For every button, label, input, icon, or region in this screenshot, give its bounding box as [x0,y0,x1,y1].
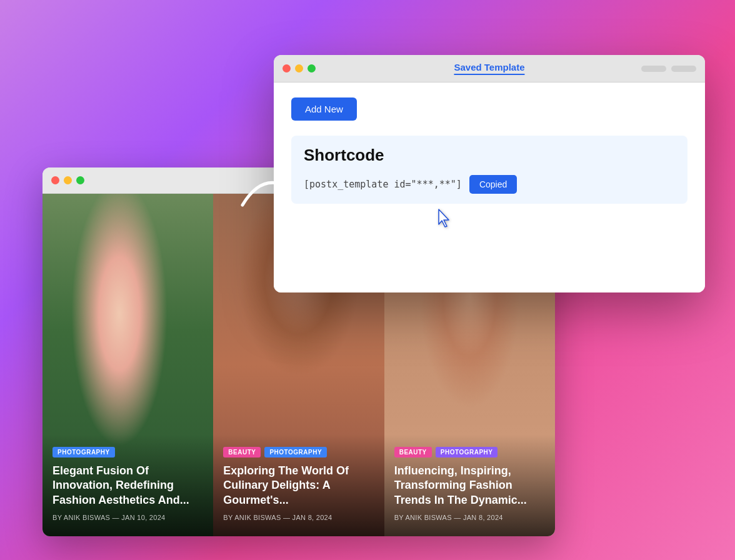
front-body: Add New Shortcode [postx_template id="**… [274,82,705,292]
arrow [236,168,299,218]
dot-yellow [64,176,72,184]
card-1: PHOTOGRAPHY Elegant Fusion Of Innovation… [42,194,213,536]
dot-green [76,176,84,184]
card-2-meta: BY ANIK BISWAS — JAN 8, 2024 [223,514,374,521]
titlebar-title: Saved Template [454,62,524,75]
add-new-button[interactable]: Add New [291,98,357,121]
scene: PHOTOGRAPHY Elegant Fusion Of Innovation… [24,24,711,536]
card-2-overlay: BEAUTY PHOTOGRAPHY Exploring The World O… [213,434,384,536]
card-1-overlay: PHOTOGRAPHY Elegant Fusion Of Innovation… [42,434,213,536]
browser-front-window: Saved Template Add New Shortcode [postx_… [274,55,705,292]
tag-beauty-2: BEAUTY [223,447,261,458]
front-dot-red [282,64,291,72]
card-1-tags: PHOTOGRAPHY [52,447,203,458]
shortcode-text: [postx_template id="***,**"] [304,179,462,190]
card-2-tags: BEAUTY PHOTOGRAPHY [223,447,374,458]
card-2-title: Exploring The World Of Culinary Delights… [223,464,374,508]
shortcode-section: Shortcode [postx_template id="***,**"] C… [291,136,688,204]
front-titlebar: Saved Template [274,55,705,82]
shortcode-row: [postx_template id="***,**"] Copied [304,175,675,194]
card-1-meta: BY ANIK BISWAS — JAN 10, 2024 [52,514,203,521]
titlebar-decorations [641,66,696,72]
card-3-title: Influencing, Inspiring, Transforming Fas… [394,464,545,508]
front-dot-yellow [295,64,303,72]
card-3-overlay: BEAUTY PHOTOGRAPHY Influencing, Inspirin… [384,434,555,536]
titlebar-pill-2 [671,66,696,72]
tag-photography-2: PHOTOGRAPHY [264,447,327,458]
card-3-meta: BY ANIK BISWAS — JAN 8, 2024 [394,514,545,521]
titlebar-pill-1 [641,66,666,72]
shortcode-heading: Shortcode [304,146,675,165]
tag-beauty-3: BEAUTY [394,447,432,458]
card-3-tags: BEAUTY PHOTOGRAPHY [394,447,545,458]
copied-button[interactable]: Copied [469,175,517,194]
tag-photography-1: PHOTOGRAPHY [52,447,115,458]
card-1-title: Elegant Fusion Of Innovation, Redefining… [52,464,203,508]
dot-red [51,176,59,184]
front-dot-green [308,64,316,72]
tag-photography-3: PHOTOGRAPHY [436,447,498,458]
